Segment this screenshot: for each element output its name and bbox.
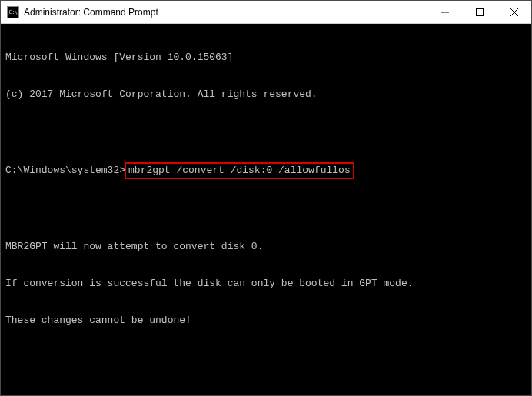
- close-button[interactable]: [497, 1, 531, 23]
- terminal-line: [5, 125, 527, 138]
- window-title: Administrator: Command Prompt: [24, 7, 427, 18]
- terminal-line: (c) 2017 Microsoft Corporation. All righ…: [5, 88, 527, 101]
- command-prompt-window: C:\ Administrator: Command Prompt Micros…: [0, 0, 532, 396]
- terminal-line: MBR2GPT will now attempt to convert disk…: [5, 241, 527, 253]
- prompt-path: C:\Windows\system32>: [5, 165, 125, 177]
- window-controls: [427, 1, 531, 23]
- maximize-button[interactable]: [462, 1, 497, 23]
- highlighted-command: mbr2gpt /convert /disk:0 /allowfullos: [125, 162, 354, 179]
- terminal-line: These changes cannot be undone!: [5, 314, 527, 327]
- titlebar[interactable]: C:\ Administrator: Command Prompt: [1, 1, 531, 24]
- terminal-line: [5, 204, 527, 216]
- svg-rect-1: [476, 8, 483, 15]
- terminal-output[interactable]: Microsoft Windows [Version 10.0.15063] (…: [1, 24, 531, 395]
- cmd-icon: C:\: [7, 6, 19, 18]
- terminal-line: If conversion is successful the disk can…: [5, 278, 527, 290]
- terminal-line: [5, 351, 527, 364]
- terminal-line: [5, 388, 527, 395]
- minimize-button[interactable]: [427, 1, 462, 23]
- terminal-line: Microsoft Windows [Version 10.0.15063]: [5, 52, 527, 64]
- command-line: C:\Windows\system32>mbr2gpt /convert /di…: [5, 162, 527, 179]
